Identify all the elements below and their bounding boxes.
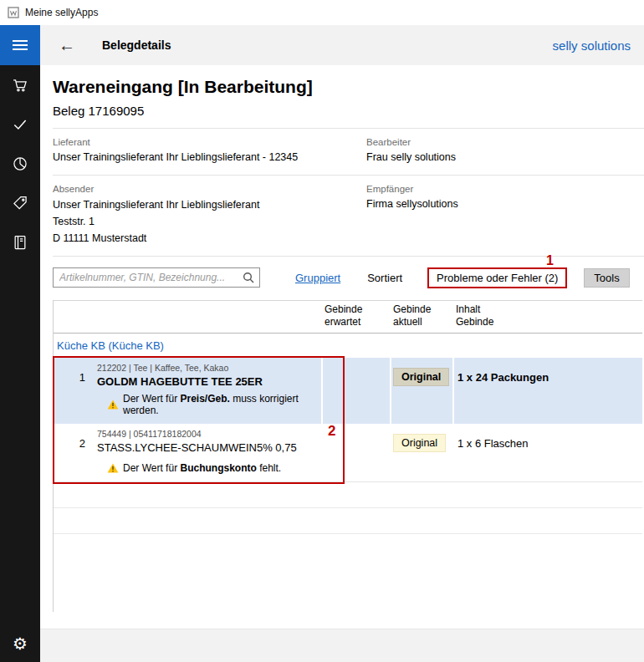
field-bearbeiter: Bearbeiter Frau selly solutions [366,137,644,163]
table-row[interactable]: 2 754449 | 05411718182004 STASS.LYCHEE-S… [54,424,642,482]
sidebar: ⚙ [0,25,40,662]
row-number: 1 [54,358,95,424]
cart-icon[interactable] [0,65,40,104]
annotated-rows: 1 212202 | Tee | Kaffee, Tee, Kakao GOLD… [54,358,642,482]
warning-icon [107,463,119,473]
warning-icon [107,400,119,410]
pie-chart-icon[interactable] [0,144,40,183]
search-input[interactable] [54,271,243,284]
footer-strip [40,629,644,662]
row-warning: Der Wert für Preis/Geb. muss korrigiert … [97,393,321,416]
search-icon[interactable] [243,272,254,283]
field-value: Teststr. 1 [53,216,366,227]
section-absender-empfaenger: Absender Unser Trainingslieferant Ihr Li… [40,176,644,256]
document-title: Wareneingang [In Bearbeitung] [53,77,644,97]
page-title: Belegdetails [102,38,171,52]
field-lieferant: Lieferant Unser Trainingslieferant Ihr L… [53,137,366,163]
field-value: Firma sellysolutions [366,198,644,210]
annotation-marker-1: 1 [546,253,554,268]
table-header-row: Gebinde erwartet Gebinde aktuell Inhalt … [54,301,642,334]
section-lieferant-bearbeiter: Lieferant Unser Trainingslieferant Ihr L… [40,129,644,175]
problems-filter-button[interactable]: Probleme oder Fehler (2) [427,267,567,288]
status-badge[interactable]: Original [393,368,449,386]
gear-icon[interactable]: ⚙ [0,625,40,662]
cell-inhalt-gebinde: 1 x 6 Flaschen [452,424,642,481]
page-header: ← Belegdetails selly solutions [40,25,644,65]
field-label: Bearbeiter [366,137,644,147]
article-name: STASS.LYCHEE-SCHAUMWEIN5% 0,75 [97,441,321,454]
row-description: 212202 | Tee | Kaffee, Tee, Kakao GOLDM … [95,358,321,424]
field-empfaenger: Empfänger Firma sellysolutions [366,184,644,244]
empty-table-row [54,508,642,534]
book-icon[interactable] [0,222,40,262]
field-value: Unser Trainingslieferant Ihr Lieblingsli… [53,199,366,211]
cell-gebinde-aktuell: Original [390,358,452,424]
divider [53,256,644,257]
group-header[interactable]: Küche KB (Küche KB) [54,334,642,358]
tools-button[interactable]: Tools [584,268,629,288]
app-icon [8,7,19,18]
header-cell [54,303,95,328]
back-icon[interactable]: ← [59,37,75,53]
search-box[interactable] [53,267,260,288]
header-cell [95,303,321,328]
header-cell-inhalt-gebinde: Inhalt Gebinde [452,303,642,328]
sorted-link[interactable]: Sortiert [367,272,402,284]
tag-icon[interactable] [0,183,40,222]
header-cell-gebinde-aktuell: Gebinde aktuell [390,303,452,328]
article-name: GOLDM HAGEBUTTE TEE 25ER [97,375,321,388]
grouped-link[interactable]: Gruppiert [295,272,340,284]
warning-text: Der Wert für Buchungskonto fehlt. [123,462,281,474]
toolbar: Gruppiert Sortiert Probleme oder Fehler … [53,267,644,288]
field-absender: Absender Unser Trainingslieferant Ihr Li… [53,184,366,244]
field-label: Lieferant [53,137,366,147]
cell-inhalt-gebinde: 1 x 24 Packungen [452,358,642,424]
sidebar-spacer [0,262,40,625]
field-value: Frau selly solutions [366,151,644,163]
article-meta: 212202 | Tee | Kaffee, Tee, Kakao [97,363,321,373]
article-meta: 754449 | 05411718182004 [97,429,321,439]
brand-label: selly solutions [553,38,631,53]
field-value: D 11111 Musterstadt [53,232,366,244]
empty-table-row [54,482,642,508]
table-row[interactable]: 1 212202 | Tee | Kaffee, Tee, Kakao GOLD… [54,358,642,424]
header-cell-gebinde-erwartet: Gebinde erwartet [321,303,390,328]
row-number: 2 [54,424,95,481]
field-label: Empfänger [366,184,644,194]
cell-gebinde-aktuell: Original [390,424,452,481]
row-description: 754449 | 05411718182004 STASS.LYCHEE-SCH… [95,424,321,481]
items-table: Gebinde erwartet Gebinde aktuell Inhalt … [53,300,642,612]
document-subtitle: Beleg 17169095 [53,104,644,118]
check-icon[interactable] [0,104,40,144]
field-label: Absender [53,184,366,194]
cell-gebinde-erwartet [321,424,390,481]
row-warning: Der Wert für Buchungskonto fehlt. [97,462,321,474]
status-badge[interactable]: Original [393,434,446,452]
warning-text: Der Wert für Preis/Geb. muss korrigiert … [123,393,321,416]
field-value: Unser Trainingslieferant Ihr Lieblingsli… [53,151,366,163]
hamburger-menu-button[interactable] [0,25,40,65]
content-area: Wareneingang [In Bearbeitung] Beleg 1716… [40,65,644,629]
cell-gebinde-erwartet [321,358,390,424]
window-titlebar: Meine sellyApps [0,0,644,25]
window-title: Meine sellyApps [25,7,98,18]
